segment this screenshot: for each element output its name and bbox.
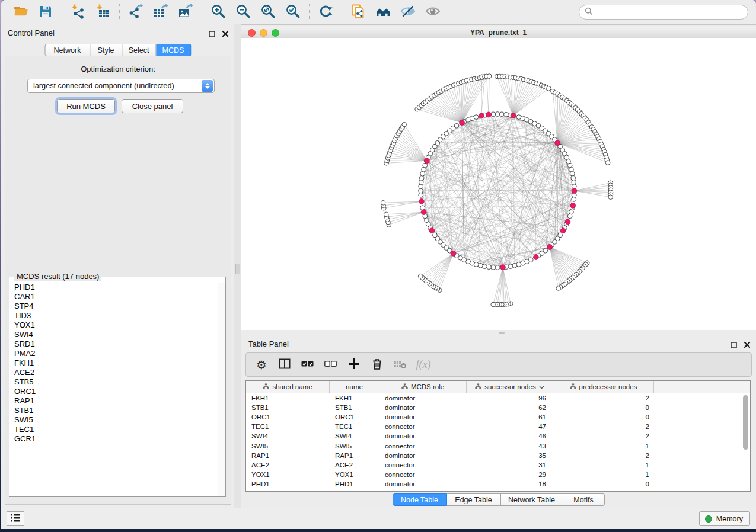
column-header-shared-name[interactable]: shared name — [246, 381, 330, 393]
binoculars-button[interactable] — [372, 3, 394, 22]
clone-network-button[interactable] — [347, 3, 369, 22]
export-table-icon — [153, 4, 168, 21]
close-window-button[interactable] — [248, 29, 256, 37]
close-panel-button[interactable]: Close panel — [122, 99, 183, 113]
table-row[interactable]: TEC1TEC1connector472 — [246, 422, 750, 431]
cell-shared-name: SWI5 — [246, 443, 330, 450]
tab-network-table[interactable]: Network Table — [501, 493, 563, 506]
select-all-button[interactable] — [301, 358, 315, 372]
zoom-out-button[interactable] — [232, 3, 254, 22]
cell-MCDS-role: dominator — [379, 452, 467, 459]
search-input[interactable] — [596, 8, 742, 17]
mcds-node-item[interactable]: SRD1 — [10, 339, 218, 349]
mcds-node-item[interactable]: CAR1 — [10, 292, 218, 302]
tab-node-table[interactable]: Node Table — [393, 493, 447, 506]
deselect-all-button[interactable] — [324, 358, 338, 372]
table-row[interactable]: SWI5SWI5connector431 — [246, 441, 750, 450]
table-row[interactable]: ACE2ACE2connector311 — [246, 460, 750, 470]
mcds-node-item[interactable]: STB1 — [10, 406, 218, 415]
column-header-successor-nodes[interactable]: successor nodes — [467, 381, 553, 393]
export-network-button[interactable] — [125, 3, 146, 22]
export-table-button[interactable] — [150, 3, 171, 22]
delete-column-button[interactable] — [370, 358, 384, 372]
save-session-button[interactable] — [35, 3, 56, 22]
mcds-node-item[interactable]: SWI5 — [10, 415, 218, 425]
tab-motifs[interactable]: Motifs — [563, 493, 605, 506]
network-window-title: YPA_prune.txt_1 — [241, 27, 756, 38]
mcds-node-item[interactable]: TID3 — [10, 311, 218, 321]
table-settings-button[interactable]: ⚙ — [254, 358, 269, 372]
mcds-node-item[interactable]: ORC1 — [10, 387, 218, 396]
splitter-handle[interactable] — [499, 332, 505, 334]
mcds-node-item[interactable]: SWI4 — [10, 330, 218, 339]
show-all-button[interactable] — [422, 3, 444, 22]
minimize-window-button[interactable] — [260, 29, 267, 37]
table-body: FKH1FKH1dominator962STB1STB1dominator620… — [246, 393, 750, 489]
cell-successor-nodes: 47 — [467, 423, 553, 430]
mcds-node-item[interactable]: STB5 — [10, 377, 218, 387]
close-panel-icon[interactable] — [222, 29, 229, 40]
table-row[interactable]: PHD1PHD1dominator180 — [246, 479, 750, 489]
search-icon — [585, 7, 593, 18]
tab-style[interactable]: Style — [90, 44, 122, 56]
show-log-button[interactable] — [7, 511, 24, 526]
maximize-window-button[interactable] — [272, 29, 279, 37]
mcds-node-item[interactable]: PHD1 — [10, 283, 218, 292]
refresh-icon — [318, 4, 333, 21]
table-row[interactable]: ORC1ORC1dominator610 — [246, 412, 750, 422]
mcds-node-item[interactable]: GCR1 — [10, 434, 218, 444]
desktop: Control Panel NetworkStyleSelectMCDS Opt… — [0, 0, 756, 532]
zoom-fit-button[interactable] — [257, 3, 279, 22]
tab-select[interactable]: Select — [122, 44, 156, 56]
column-header-MCDS-role[interactable]: MCDS role — [379, 381, 467, 393]
column-header-predecessor-nodes[interactable]: predecessor nodes — [553, 381, 654, 393]
criterion-select[interactable]: largest connected component (undirected) — [27, 79, 215, 93]
mcds-result-list: PHD1CAR1STP4TID3YOX1SWI4SRD1PMA2FKH1ACE2… — [10, 283, 218, 496]
tab-mcds[interactable]: MCDS — [156, 44, 191, 56]
open-session-button[interactable] — [10, 3, 31, 22]
save-icon — [38, 4, 53, 21]
mcds-result-title: MCDS result (17 nodes) — [14, 272, 101, 281]
column-header-name[interactable]: name — [330, 381, 379, 393]
zoom-in-button[interactable] — [208, 3, 229, 22]
table-row[interactable]: RAP1RAP1dominator352 — [246, 451, 750, 460]
mcds-list-scrollbar[interactable] — [218, 283, 225, 496]
zoom-selected-button[interactable] — [282, 3, 304, 22]
cell-shared-name: FKH1 — [246, 395, 330, 402]
memory-button[interactable]: Memory — [699, 511, 750, 526]
mcds-result-group: MCDS result (17 nodes) PHD1CAR1STP4TID3Y… — [9, 277, 226, 497]
network-canvas[interactable] — [241, 38, 756, 331]
mcds-node-item[interactable]: STP4 — [10, 302, 218, 311]
table-scrollbar-thumb[interactable] — [743, 395, 748, 450]
refresh-button[interactable] — [315, 3, 336, 22]
run-mcds-button[interactable]: Run MCDS — [57, 99, 115, 113]
mcds-node-item[interactable]: ACE2 — [10, 368, 218, 377]
table-row[interactable]: YOX1YOX1connector291 — [246, 470, 750, 479]
table-row[interactable]: STB1STB1dominator620 — [246, 403, 750, 412]
table-row[interactable]: SWI4SWI4dominator462 — [246, 431, 750, 441]
toggle-panes-button[interactable] — [277, 358, 292, 372]
tab-edge-table[interactable]: Edge Table — [447, 493, 501, 506]
status-bar: Memory — [1, 508, 756, 529]
export-image-button[interactable] — [175, 3, 196, 22]
mcds-node-item[interactable]: TEC1 — [10, 425, 218, 434]
import-network-button[interactable] — [68, 3, 89, 22]
mcds-node-item[interactable]: FKH1 — [10, 358, 218, 368]
import-table-button[interactable] — [92, 3, 114, 22]
network-window-titlebar: YPA_prune.txt_1 — [241, 27, 756, 39]
mcds-node-item[interactable]: RAP1 — [10, 396, 218, 406]
mcds-node-item[interactable]: YOX1 — [10, 321, 218, 330]
table-row[interactable]: FKH1FKH1dominator962 — [246, 393, 750, 403]
add-column-button[interactable] — [347, 358, 361, 372]
mcds-node-item[interactable]: PMA2 — [10, 349, 218, 358]
table-delete-icon — [393, 357, 407, 373]
splitter-handle[interactable] — [235, 264, 240, 274]
horizontal-splitter[interactable] — [241, 330, 756, 335]
network-graph — [241, 38, 756, 331]
close-panel-icon[interactable] — [744, 340, 751, 351]
hide-selected-button[interactable] — [397, 3, 419, 22]
tab-network[interactable]: Network — [44, 44, 90, 56]
export-network-icon — [128, 4, 143, 21]
float-panel-icon[interactable] — [209, 29, 215, 40]
float-panel-icon[interactable] — [731, 340, 737, 351]
